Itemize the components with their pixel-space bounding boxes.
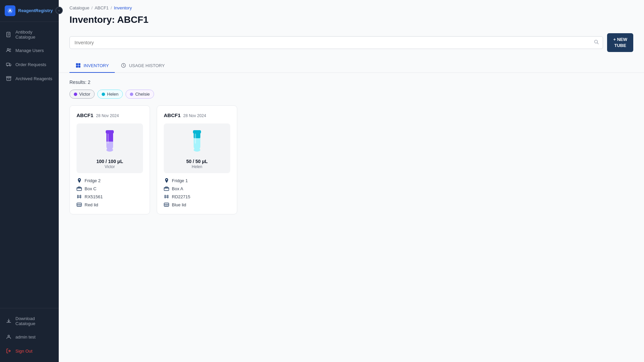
filter-chips: Victor Helen Chelsie: [69, 90, 633, 99]
page-title: Inventory: ABCF1: [69, 14, 633, 25]
sidebar-item-sign-out[interactable]: Sign Out: [0, 344, 59, 358]
sidebar-item-admin-user[interactable]: admin test: [0, 330, 59, 344]
card-1-name: ABCF1: [77, 112, 93, 118]
card-1-location-row: Fridge 2: [77, 178, 143, 183]
svg-point-1: [9, 10, 11, 11]
card-1-id-row: RX51561: [77, 194, 143, 199]
sidebar-item-label: Sign Out: [15, 349, 33, 354]
breadcrumb: Catalogue / ABCF1 / Inventory: [59, 0, 644, 10]
archive-icon: [5, 75, 12, 82]
card-1-box-row: Box C: [77, 186, 143, 191]
svg-point-39: [166, 179, 167, 180]
card-2-id-row: RD22715: [164, 194, 230, 199]
card-2-owner: Helen: [192, 164, 202, 169]
svg-rect-36: [193, 130, 201, 134]
card-1-date: 28 Nov 2024: [96, 113, 119, 118]
sidebar-bottom: Download Catalogue admin test Sign Out: [0, 308, 59, 362]
tube-cyan-svg: [189, 129, 205, 156]
main-content: Catalogue / ABCF1 / Inventory Inventory:…: [59, 0, 644, 362]
sidebar-item-order-requests[interactable]: Order Requests: [0, 57, 59, 71]
svg-point-6: [7, 49, 9, 50]
logo-text: ReagentRegistry: [18, 8, 53, 13]
tube-purple-svg: [102, 129, 118, 156]
svg-rect-19: [79, 66, 81, 68]
sidebar-item-download-catalogue[interactable]: Download Catalogue: [0, 312, 59, 330]
sidebar-item-label: Download Catalogue: [15, 316, 53, 326]
lid-icon: [77, 202, 82, 207]
users-icon: [5, 47, 12, 54]
location-icon-2: [164, 178, 169, 183]
inventory-card-2[interactable]: ABCF1 28 Nov 2024: [157, 105, 237, 214]
card-2-volume: 50 / 50 μL: [186, 159, 208, 164]
card-1-owner: Victor: [105, 164, 115, 169]
clock-icon: [121, 63, 126, 68]
hash-icon-2: [164, 194, 169, 199]
sidebar-nav: Antibody Catalogue Manage Users: [0, 22, 59, 308]
breadcrumb-catalogue[interactable]: Catalogue: [69, 5, 89, 10]
card-2-name: ABCF1: [164, 112, 181, 118]
sidebar-collapse-button[interactable]: ‹: [55, 7, 63, 14]
breadcrumb-current: Inventory: [114, 5, 132, 10]
sidebar-item-label: admin test: [15, 334, 36, 340]
sidebar-item-label: Archived Reagents: [15, 76, 52, 81]
card-1-id: RX51561: [85, 194, 103, 199]
sidebar-item-label: Antibody Catalogue: [15, 30, 53, 40]
cards-grid: ABCF1 28 Nov 2024: [69, 105, 633, 214]
card-2-volume-block: 50 / 50 μL: [186, 158, 208, 164]
card-1-tube-area: 100 / 100 μL Victor: [77, 123, 143, 173]
chelsie-label: Chelsie: [135, 92, 150, 97]
svg-rect-25: [107, 134, 109, 144]
filter-chip-victor[interactable]: Victor: [69, 90, 95, 99]
inventory-card-1[interactable]: ABCF1 28 Nov 2024: [69, 105, 150, 214]
card-1-meta: Fridge 2 Box C: [77, 178, 143, 207]
truck-icon: [5, 61, 12, 68]
filter-chip-chelsie[interactable]: Chelsie: [126, 90, 154, 99]
sidebar-item-archived-reagents[interactable]: Archived Reagents: [0, 71, 59, 86]
box-icon: [77, 186, 82, 191]
svg-point-14: [8, 335, 10, 337]
svg-rect-28: [77, 188, 82, 191]
sidebar-item-antibody-catalogue[interactable]: Antibody Catalogue: [0, 26, 59, 43]
svg-rect-18: [76, 66, 78, 68]
page-header: Inventory: ABCF1: [59, 10, 644, 33]
card-2-box-row: Box A: [164, 186, 230, 191]
svg-point-27: [79, 179, 80, 180]
breadcrumb-abcf1[interactable]: ABCF1: [95, 5, 109, 10]
tab-usage-history[interactable]: USAGE HISTORY: [115, 59, 170, 73]
svg-rect-16: [76, 63, 78, 65]
card-1-lid-row: Red lid: [77, 202, 143, 207]
card-2-box: Box A: [172, 186, 183, 191]
box-icon-2: [164, 186, 169, 191]
tab-usage-history-label: USAGE HISTORY: [129, 63, 164, 68]
location-icon: [77, 178, 82, 183]
card-1-volume-block: 100 / 100 μL: [96, 158, 123, 164]
search-row: + NEWTUBE: [59, 33, 644, 59]
card-2-location-row: Fridge 1: [164, 178, 230, 183]
filter-chip-helen[interactable]: Helen: [97, 90, 123, 99]
card-2-lid-row: Blue lid: [164, 202, 230, 207]
card-2-date: 28 Nov 2024: [183, 113, 206, 118]
chelsie-dot: [130, 93, 133, 96]
card-1-location: Fridge 2: [85, 178, 101, 183]
book-icon: [5, 31, 12, 38]
search-input[interactable]: [69, 36, 603, 49]
card-2-header: ABCF1 28 Nov 2024: [164, 112, 230, 118]
logo-icon: [5, 5, 15, 16]
tab-inventory-label: INVENTORY: [84, 63, 109, 68]
card-2-lid: Blue lid: [172, 202, 186, 207]
card-1-volume: 100 / 100 μL: [96, 159, 123, 164]
svg-rect-24: [106, 130, 114, 134]
victor-dot: [74, 93, 77, 96]
helen-label: Helen: [107, 92, 118, 97]
search-icon[interactable]: [594, 39, 599, 46]
sidebar-logo: ReagentRegistry: [0, 0, 59, 22]
svg-point-26: [106, 148, 113, 152]
card-1-lid: Red lid: [85, 202, 98, 207]
card-2-location: Fridge 1: [172, 178, 188, 183]
tab-inventory[interactable]: INVENTORY: [69, 59, 115, 73]
new-tube-button[interactable]: + NEWTUBE: [607, 33, 633, 52]
sidebar-item-manage-users[interactable]: Manage Users: [0, 43, 59, 57]
user-icon: [5, 333, 12, 340]
tabs-row: INVENTORY USAGE HISTORY: [59, 59, 644, 73]
svg-point-9: [7, 65, 8, 66]
